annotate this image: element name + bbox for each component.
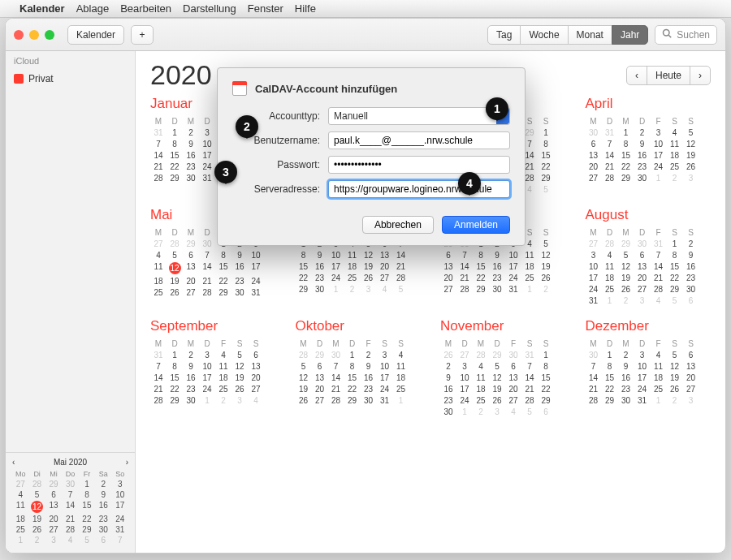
sidebar-group: iCloud xyxy=(6,51,135,71)
month[interactable]: SeptemberMDMDFSS311234567891011121314151… xyxy=(150,318,276,416)
search-icon xyxy=(662,28,672,41)
month-name: August xyxy=(586,207,712,223)
view-month[interactable]: Monat xyxy=(568,25,612,45)
callout-3: 3 xyxy=(214,161,237,183)
month-name: September xyxy=(150,318,276,334)
view-switcher: Tag Woche Monat Jahr xyxy=(487,25,648,45)
username-field[interactable] xyxy=(328,131,510,149)
calendars-button[interactable]: Kalender xyxy=(67,25,124,45)
mini-calendar[interactable]: ‹ Mai 2020 › MoDiMiDoFrSaSo2728293012345… xyxy=(6,452,135,553)
search-placeholder: Suchen xyxy=(677,29,710,41)
view-year[interactable]: Jahr xyxy=(612,25,648,45)
month[interactable]: AugustMDMDFSS272829303112345678910111213… xyxy=(586,207,712,305)
year-title: 2020 xyxy=(150,59,212,91)
month[interactable]: NovemberMDMDFSS2627282930311234567891011… xyxy=(440,318,566,416)
view-day[interactable]: Tag xyxy=(487,25,521,45)
menu-item[interactable]: Darstellung xyxy=(183,2,236,15)
view-week[interactable]: Woche xyxy=(520,25,568,45)
menu-item[interactable]: Hilfe xyxy=(295,2,316,15)
calendar-icon xyxy=(232,81,247,96)
server-label: Serveradresse: xyxy=(232,183,320,195)
app-window: Kalender + Tag Woche Monat Jahr Suchen i… xyxy=(5,18,726,554)
month[interactable]: AprilMDMDFSS3031123456789101112131415161… xyxy=(586,96,712,194)
sidebar: iCloud Privat ‹ Mai 2020 › MoDiMiDoFrSaS… xyxy=(6,51,136,553)
password-label: Passwort: xyxy=(232,159,320,170)
today-button[interactable]: Heute xyxy=(647,66,690,85)
svg-point-0 xyxy=(664,30,670,37)
accounttype-value: Manuell xyxy=(334,110,368,122)
submit-button[interactable]: Anmelden xyxy=(442,216,510,234)
window-toolbar: Kalender + Tag Woche Monat Jahr Suchen xyxy=(6,19,725,51)
month[interactable]: DezemberMDMDFSS3012345678910111213141516… xyxy=(586,318,712,416)
password-field[interactable] xyxy=(328,156,510,174)
month-name: April xyxy=(586,96,712,112)
cancel-button[interactable]: Abbrechen xyxy=(362,216,434,234)
search-input[interactable]: Suchen xyxy=(655,25,717,45)
zoom-icon[interactable] xyxy=(45,30,54,40)
mini-prev-icon[interactable]: ‹ xyxy=(12,458,15,467)
calendar-color-swatch xyxy=(14,74,24,84)
add-button[interactable]: + xyxy=(131,25,154,45)
menu-item[interactable]: Ablage xyxy=(76,2,109,15)
svg-line-1 xyxy=(669,35,672,37)
callout-1: 1 xyxy=(486,97,508,120)
menu-app[interactable]: Kalender xyxy=(19,2,65,15)
next-button[interactable]: › xyxy=(690,66,711,85)
mac-menubar: Kalender Ablage Bearbeiten Darstellung F… xyxy=(0,0,731,18)
server-address-field[interactable] xyxy=(328,180,510,198)
month-name: Oktober xyxy=(296,318,422,334)
add-account-dialog: CalDAV-Account hinzufügen Accounttyp: Ma… xyxy=(217,67,526,246)
month-name: Dezember xyxy=(586,318,712,334)
close-icon[interactable] xyxy=(14,30,24,40)
menu-item[interactable]: Fenster xyxy=(248,2,283,15)
dialog-title: CalDAV-Account hinzufügen xyxy=(255,83,397,95)
minimize-icon[interactable] xyxy=(29,30,39,40)
callout-2: 2 xyxy=(236,115,258,138)
month[interactable]: OktoberMDMDFSS28293012345678910111213141… xyxy=(296,318,422,416)
month-name: November xyxy=(440,318,566,334)
mini-title: Mai 2020 xyxy=(54,458,87,467)
prev-button[interactable]: ‹ xyxy=(626,66,647,85)
menu-item[interactable]: Bearbeiten xyxy=(120,2,171,15)
accounttype-select[interactable]: Manuell ▾ xyxy=(328,107,510,125)
mini-next-icon[interactable]: › xyxy=(126,458,128,467)
calendar-list-item[interactable]: Privat xyxy=(6,71,135,87)
callout-4: 4 xyxy=(458,172,481,195)
calendar-label: Privat xyxy=(28,73,54,84)
